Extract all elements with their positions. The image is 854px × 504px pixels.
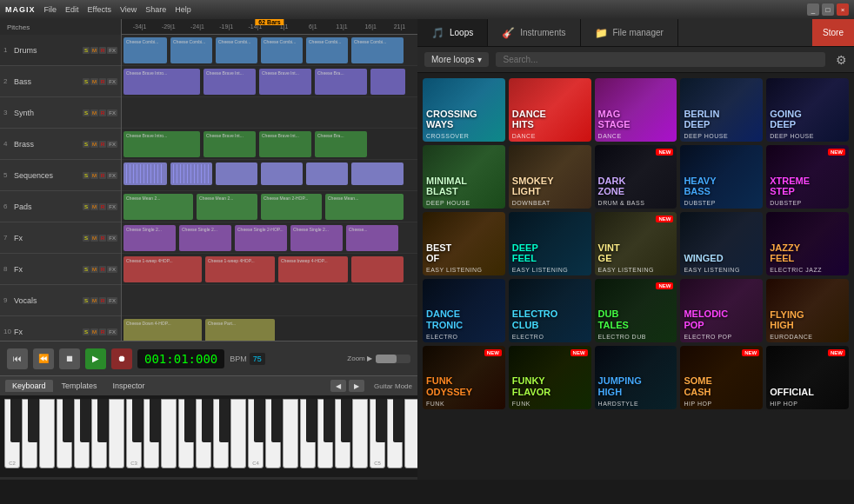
tab-store[interactable]: Store	[812, 19, 854, 46]
track-block[interactable]: Cheese Mean 2...	[197, 194, 257, 220]
rec-btn[interactable]: R	[99, 109, 106, 116]
zoom-slider[interactable]	[376, 355, 410, 363]
track-block[interactable]: Cheese 1-weep 4HOP...	[123, 256, 202, 282]
track-block[interactable]	[170, 162, 212, 185]
track-row[interactable]: Cheese Mean 2... Cheese Mean 2... Cheese…	[122, 191, 417, 222]
fx-btn[interactable]: FX	[107, 235, 117, 242]
loop-card[interactable]: minimal blastDEEP HOUSE	[423, 145, 505, 209]
mute-btn[interactable]: M	[90, 297, 98, 304]
loop-card[interactable]: JUMPING HIGHHARDSTYLE	[595, 346, 677, 409]
loop-card[interactable]: NEWDUB TALESELECTRO DUB	[595, 279, 677, 342]
track-block[interactable]: Cheese Down 4-HOP...	[123, 319, 202, 341]
tab-file-manager[interactable]: 📁 File manager	[581, 19, 678, 46]
black-key[interactable]	[341, 399, 351, 442]
rec-btn[interactable]: R	[99, 141, 106, 148]
black-key[interactable]	[150, 399, 160, 442]
menu-file[interactable]: File	[44, 5, 57, 14]
tab-templates[interactable]: Templates	[55, 380, 104, 392]
loop-card[interactable]: WINGEDEASY LISTENING	[680, 212, 763, 275]
tab-keyboard[interactable]: Keyboard	[5, 380, 53, 392]
solo-btn[interactable]: S	[83, 109, 90, 116]
black-key[interactable]	[324, 399, 334, 442]
track-row[interactable]	[122, 97, 417, 129]
track-block[interactable]	[351, 256, 404, 282]
track-block[interactable]	[351, 162, 404, 185]
solo-btn[interactable]: S	[83, 203, 90, 210]
menu-share[interactable]: Share	[145, 5, 166, 14]
solo-btn[interactable]: S	[83, 172, 90, 179]
menu-help[interactable]: Help	[175, 5, 191, 14]
track-block[interactable]: Cheese bweep 4-HOP...	[278, 256, 348, 282]
track-row[interactable]	[122, 285, 417, 316]
track-block[interactable]: Cheese Combi...	[306, 37, 348, 63]
white-key[interactable]	[109, 399, 124, 468]
loop-card[interactable]: BEST OFEASY LISTENING	[423, 212, 505, 275]
loop-card[interactable]: NEWFunky FLAVORFUNK	[509, 346, 591, 409]
black-key[interactable]	[184, 399, 195, 442]
track-row[interactable]: Cheese Single 2... Cheese Single 2... Ch…	[122, 222, 417, 254]
fx-btn[interactable]: FX	[107, 109, 117, 116]
track-block[interactable]: Cheese Single 2-HOP...	[235, 225, 287, 251]
track-block[interactable]: Cheese Combi...	[261, 37, 303, 63]
close-button[interactable]: ×	[837, 3, 849, 16]
track-block[interactable]: Cheese Bra...	[315, 131, 367, 157]
track-block[interactable]: Cheese Brave Int...	[259, 131, 311, 157]
rec-btn[interactable]: R	[99, 328, 106, 335]
loop-card[interactable]: ELECTRO CLUBELECTRO	[509, 279, 591, 342]
black-key[interactable]	[376, 399, 386, 442]
rec-btn[interactable]: R	[99, 203, 106, 210]
track-block[interactable]: Cheese Single 2...	[290, 225, 343, 251]
loop-card[interactable]: JAZZY FeelELECTRIC JAZZ	[766, 212, 849, 275]
solo-btn[interactable]: S	[83, 297, 90, 304]
rec-btn[interactable]: R	[99, 47, 106, 54]
record-button[interactable]: ⏺	[111, 348, 132, 369]
loop-card[interactable]: Melodic POPELECTRO POP	[680, 279, 763, 342]
track-block[interactable]: Cheese Brave Int...	[259, 69, 311, 95]
timeline-ruler[interactable]: 62 Bars -34|1 -29|1 -24|1 -19|1 -14|1 1|…	[122, 19, 417, 35]
loop-card[interactable]: Berlin DeepDEEP HOUSE	[680, 78, 763, 142]
loop-card[interactable]: NEWxtreme stepDUBSTEP	[766, 145, 849, 209]
tab-loops[interactable]: 🎵 Loops	[417, 19, 488, 46]
mute-btn[interactable]: M	[90, 203, 98, 210]
fx-btn[interactable]: FX	[107, 172, 117, 179]
loop-card[interactable]: heavy bassDUBSTEP	[680, 145, 763, 209]
rec-btn[interactable]: R	[99, 297, 106, 304]
track-block[interactable]: Cheese Bra...	[315, 69, 367, 95]
black-key[interactable]	[202, 399, 212, 442]
loop-card[interactable]: DANCE TRONICELECTRO	[423, 279, 505, 342]
loop-card[interactable]: FLYING HIGHEURODANCE	[766, 279, 849, 342]
track-block[interactable]	[370, 69, 405, 95]
loop-card[interactable]: NEWOFFICIALHIP HOP	[766, 346, 849, 409]
rewind-to-start-button[interactable]: ⏮	[7, 348, 28, 369]
white-key[interactable]	[352, 399, 368, 468]
mute-btn[interactable]: M	[90, 109, 98, 116]
loop-card[interactable]: going deepDEEP HOUSE	[766, 78, 849, 142]
search-input[interactable]	[496, 52, 825, 67]
solo-btn[interactable]: S	[83, 78, 90, 85]
loop-card[interactable]: NEWDARK ZONEDRUM & BASS	[595, 145, 677, 209]
mute-btn[interactable]: M	[90, 172, 98, 179]
track-block[interactable]: Cheese Brave Intro...	[123, 131, 200, 157]
maximize-button[interactable]: □	[822, 3, 834, 16]
black-key[interactable]	[80, 399, 90, 442]
black-key[interactable]	[271, 399, 282, 442]
track-block[interactable]: Cheese 1-weep 4HOP...	[205, 256, 275, 282]
white-key[interactable]	[161, 399, 177, 468]
loop-card[interactable]: MAG STAGEDANCE	[595, 78, 677, 142]
track-block[interactable]	[261, 162, 303, 185]
black-key[interactable]	[219, 399, 230, 442]
track-row[interactable]: Cheese Combi... Cheese Combi... Cheese C…	[122, 35, 417, 66]
track-block[interactable]: Cheese Brave Int...	[203, 131, 256, 157]
minimize-button[interactable]: _	[807, 3, 819, 16]
track-row[interactable]	[122, 160, 417, 191]
track-block[interactable]: Cheese Part...	[205, 319, 275, 341]
track-block[interactable]: Cheese Single 2...	[123, 225, 176, 251]
track-block[interactable]	[216, 162, 257, 185]
mute-btn[interactable]: M	[90, 266, 98, 273]
fx-btn[interactable]: FX	[107, 297, 117, 304]
mute-btn[interactable]: M	[90, 328, 98, 335]
track-block[interactable]: Cheese Mean 2-HOP...	[261, 194, 322, 220]
solo-btn[interactable]: S	[83, 235, 90, 242]
rec-btn[interactable]: R	[99, 266, 106, 273]
track-block[interactable]: Cheese Brave Intro...	[123, 69, 200, 95]
